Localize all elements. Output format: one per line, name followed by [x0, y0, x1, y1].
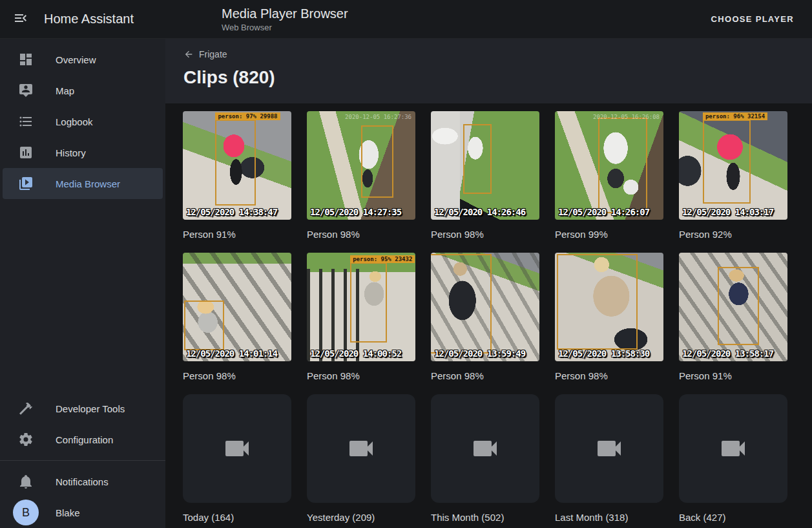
clip-timestamp: 12/05/2020 13:59:49 — [434, 348, 525, 359]
clip-thumbnail: person: 96% 32154 12/05/2020 14:03:17 — [679, 111, 787, 220]
breadcrumb-label: Frigate — [199, 49, 227, 59]
clip-timestamp: 12/05/2020 13:58:17 — [682, 348, 773, 359]
user-name: Blake — [56, 507, 80, 518]
gear-icon — [18, 432, 34, 447]
sidebar-item-label: Configuration — [56, 434, 113, 445]
breadcrumb[interactable]: Frigate — [183, 49, 227, 59]
clip-card[interactable]: 12/05/2020 14:01:14 Person 98% — [183, 253, 291, 381]
sidebar-item-label: Logbook — [56, 116, 93, 127]
sidebar-item-developer-tools[interactable]: Developer Tools — [3, 393, 163, 424]
dashboard-icon — [18, 52, 34, 67]
folder-label: This Month (502) — [431, 512, 539, 523]
sidebar-item-media-browser[interactable]: Media Browser — [3, 168, 163, 199]
clip-timestamp: 12/05/2020 14:01:14 — [186, 348, 277, 359]
panel-subtitle: Web Browser — [222, 23, 348, 32]
folder-thumbnail — [307, 394, 415, 503]
clip-caption: Person 98% — [307, 229, 415, 240]
clip-caption: Person 98% — [431, 370, 539, 381]
folder-card-today[interactable]: Today (164) — [183, 394, 291, 523]
clip-thumbnail: 12/05/2020 14:01:14 — [183, 253, 291, 361]
clip-timestamp: 12/05/2020 14:03:17 — [682, 207, 773, 217]
clip-card[interactable]: person: 97% 29988 12/05/2020 14:38:47 Pe… — [183, 111, 291, 240]
sidebar-item-user[interactable]: B Blake — [3, 497, 163, 528]
clip-timestamp: 12/05/2020 14:26:46 — [434, 207, 525, 217]
clip-thumbnail: 12/05/2020 14:26:46 — [431, 111, 539, 220]
video-camera-icon — [470, 433, 501, 464]
sidebar-item-overview[interactable]: Overview — [3, 44, 163, 75]
detection-bbox: person: 96% 32154 — [703, 120, 751, 203]
panel-title: Media Player Browser — [222, 6, 348, 21]
camera-osd-top: 2020-12-05 16:27:36 — [345, 114, 411, 120]
sidebar-spacer — [0, 199, 165, 393]
app-title: Home Assistant — [44, 12, 134, 26]
sidebar-item-label: Map — [56, 85, 74, 96]
clip-card[interactable]: person: 96% 32154 12/05/2020 14:03:17 Pe… — [679, 111, 787, 240]
clip-timestamp: 12/05/2020 13:58:30 — [558, 348, 649, 359]
detection-bbox — [431, 254, 492, 354]
clip-card[interactable]: person: 95% 23432 12/05/2020 14:00:52 Pe… — [307, 253, 415, 381]
sidebar-item-notifications[interactable]: Notifications — [3, 466, 163, 497]
sidebar-divider — [0, 460, 165, 461]
clip-card[interactable]: 12/05/2020 13:58:17 Person 91% — [679, 253, 787, 381]
sidebar-toggle-button[interactable] — [5, 4, 36, 35]
detection-bbox: person: 97% 29988 — [215, 120, 255, 206]
folder-card-yesterday[interactable]: Yesterday (209) — [307, 394, 415, 523]
detection-bbox — [184, 301, 224, 350]
sidebar-item-label: Overview — [56, 54, 96, 65]
clip-caption: Person 98% — [307, 370, 415, 381]
clip-timestamp: 12/05/2020 14:27:35 — [310, 207, 401, 217]
hammer-icon — [18, 401, 34, 416]
clip-card[interactable]: 2020-12-05 16:26:08 12/05/2020 14:26:07 … — [555, 111, 663, 240]
bell-icon — [18, 474, 34, 489]
folder-card-back[interactable]: Back (427) — [679, 394, 787, 523]
folder-label: Last Month (318) — [555, 512, 663, 523]
clip-caption: Person 99% — [555, 229, 663, 240]
clip-thumbnail: 2020-12-05 16:26:08 12/05/2020 14:26:07 — [555, 111, 663, 220]
clip-card[interactable]: 12/05/2020 13:59:49 Person 98% — [431, 253, 539, 381]
media-browser-header: Frigate Clips (820) — [165, 39, 812, 103]
clip-caption: Person 98% — [431, 229, 539, 240]
clip-timestamp: 12/05/2020 14:26:07 — [558, 207, 649, 217]
clip-caption: Person 92% — [679, 229, 787, 240]
sidebar-item-label: History — [56, 147, 86, 158]
sidebar-item-logbook[interactable]: Logbook — [3, 106, 163, 137]
clip-thumbnail: 12/05/2020 13:58:17 — [679, 253, 787, 361]
detection-bbox — [463, 124, 492, 194]
app-bar-left: Home Assistant — [0, 4, 165, 35]
choose-player-button[interactable]: CHOOSE PLAYER — [706, 8, 799, 30]
avatar: B — [13, 500, 39, 525]
bar-chart-box-icon — [18, 145, 34, 160]
sidebar-item-history[interactable]: History — [3, 137, 163, 168]
clip-caption: Person 91% — [679, 370, 787, 381]
folder-card-last-month[interactable]: Last Month (318) — [555, 394, 663, 523]
clip-card[interactable]: 2020-12-05 16:27:36 12/05/2020 14:27:35 … — [307, 111, 415, 240]
app-bar: Home Assistant Media Player Browser Web … — [0, 0, 812, 39]
clip-timestamp: 12/05/2020 14:00:52 — [310, 348, 401, 359]
video-camera-icon — [346, 433, 377, 464]
clip-caption: Person 98% — [555, 370, 663, 381]
main-content: Frigate Clips (820) person: 97% 29988 12… — [165, 39, 812, 528]
camera-osd-top: 2020-12-05 16:26:08 — [593, 114, 660, 120]
sidebar-item-configuration[interactable]: Configuration — [3, 424, 163, 455]
folder-card-this-month[interactable]: This Month (502) — [431, 394, 539, 523]
page-title: Clips (820) — [183, 67, 812, 88]
clip-card[interactable]: 12/05/2020 13:58:30 Person 98% — [555, 253, 663, 381]
folder-label: Yesterday (209) — [307, 512, 415, 523]
folder-thumbnail — [183, 394, 291, 503]
arrow-left-icon — [183, 49, 194, 59]
detection-tag: person: 96% 32154 — [703, 112, 767, 120]
detection-tag: person: 97% 29988 — [215, 112, 280, 120]
clip-thumbnail: person: 97% 29988 12/05/2020 14:38:47 — [183, 111, 291, 220]
clip-thumbnail: 12/05/2020 13:58:30 — [555, 253, 663, 361]
clip-card[interactable]: 12/05/2020 14:26:46 Person 98% — [431, 111, 539, 240]
play-box-multiple-icon — [18, 176, 34, 191]
sidebar-item-label: Notifications — [56, 476, 109, 487]
video-camera-icon — [718, 433, 749, 464]
folder-thumbnail — [431, 394, 539, 503]
detection-bbox: person: 95% 23432 — [350, 262, 387, 343]
sidebar-item-map[interactable]: Map — [3, 75, 163, 106]
detection-bbox — [361, 125, 393, 198]
panel-titles: Media Player Browser Web Browser — [222, 6, 348, 32]
folder-thumbnail — [679, 394, 787, 503]
clip-caption: Person 91% — [183, 229, 291, 240]
